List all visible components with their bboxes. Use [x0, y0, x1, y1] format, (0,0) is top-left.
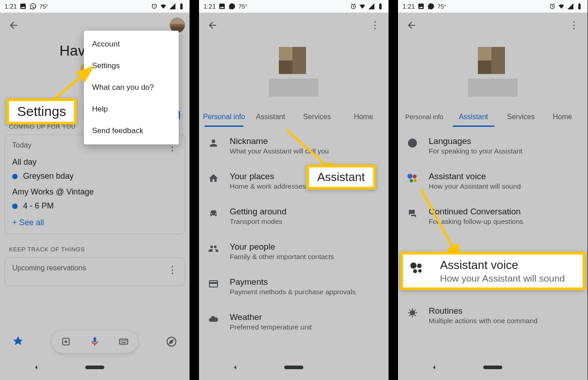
profile-hero: [199, 38, 389, 106]
card-overflow-icon[interactable]: ⋮: [167, 264, 177, 276]
tab-personal-info[interactable]: Personal info: [201, 107, 247, 126]
nav-home-pill[interactable]: [483, 366, 502, 369]
whatsapp-icon: [228, 3, 236, 10]
tab-assistant[interactable]: Assistant: [449, 107, 498, 126]
lens-icon[interactable]: [61, 337, 71, 347]
pixelated-avatar: [468, 47, 518, 97]
person-icon: [207, 136, 220, 148]
section-keep-track: KEEP TRACK OF THINGS: [0, 234, 190, 257]
profile-hero: [398, 38, 588, 106]
back-button[interactable]: [5, 16, 23, 34]
item-title: Assistant voice: [429, 171, 521, 181]
item-sub: Home & work addresses: [230, 182, 306, 190]
alarm-icon: [350, 3, 357, 10]
status-time: 1:21: [5, 3, 17, 10]
all-day-label: All day: [12, 158, 177, 167]
phone-screen-2: 1:21 75° ⋮ Personal info Assistant Servi: [199, 0, 389, 380]
tabs: Personal info Assistant Services Home: [398, 106, 588, 128]
callout-voice-title: Assistant voice: [422, 258, 583, 272]
menu-feedback[interactable]: Send feedback: [84, 120, 179, 142]
phone-screen-3: 1:21 75° ⋮ Personal info Assistant Servi: [398, 0, 588, 380]
cell-icon: [169, 3, 176, 10]
battery-icon: [576, 3, 583, 10]
item-title: Your people: [230, 242, 334, 252]
item-weather[interactable]: WeatherPreferred temperature unit: [199, 304, 389, 339]
chat-icon: [406, 207, 419, 219]
assistant-pill[interactable]: [52, 330, 138, 353]
svg-line-10: [421, 190, 459, 258]
wifi-icon: [558, 3, 565, 10]
item-title: Languages: [429, 136, 523, 146]
item-people[interactable]: Your peopleFamily & other important cont…: [199, 234, 389, 269]
status-time: 1:21: [403, 3, 415, 10]
tab-home[interactable]: Home: [544, 107, 581, 126]
overflow-button[interactable]: ⋮: [565, 16, 583, 34]
tab-home[interactable]: Home: [340, 107, 387, 126]
updates-icon[interactable]: [9, 333, 27, 351]
item-sub: Preferred temperature unit: [230, 323, 312, 331]
phone-screen-1: 1:21 75° Have a gre Mos COMING UP FOR YO…: [0, 0, 190, 380]
routines-icon: [406, 306, 419, 318]
overflow-button[interactable]: ⋮: [366, 16, 384, 34]
back-button[interactable]: [403, 16, 421, 34]
tab-assistant[interactable]: Assistant: [247, 107, 294, 126]
nav-back-icon[interactable]: [430, 363, 438, 371]
callout-assistant-label: Assistant: [309, 167, 373, 187]
callout-settings: Settings: [6, 98, 77, 125]
menu-account[interactable]: Account: [84, 33, 179, 55]
car-icon: [207, 207, 220, 219]
nav-back-icon[interactable]: [32, 363, 40, 371]
item-payments[interactable]: PaymentsPayment methods & purchase appro…: [199, 269, 389, 304]
cell-icon: [368, 3, 375, 10]
item-getting-around[interactable]: Getting aroundTransport modes: [199, 199, 389, 234]
status-time: 1:21: [204, 3, 216, 10]
tab-personal-info[interactable]: Personal info: [400, 108, 449, 126]
nav-home-pill[interactable]: [284, 366, 303, 369]
item-sub: For speaking to your Assistant: [429, 147, 523, 155]
event-row[interactable]: Greysen bday: [12, 171, 177, 181]
whatsapp-icon: [29, 3, 37, 10]
item-title: Routines: [429, 306, 537, 316]
see-all-link[interactable]: + See all: [12, 218, 177, 227]
pixelated-avatar: [269, 47, 319, 97]
item-routines[interactable]: RoutinesMultiple actions with one comman…: [398, 298, 588, 333]
item-sub: Transport modes: [230, 218, 287, 226]
nav-back-icon[interactable]: [231, 363, 239, 371]
event-time: 4 - 6 PM: [23, 201, 54, 211]
explore-icon[interactable]: [162, 333, 181, 351]
event-title: Greysen bday: [23, 171, 74, 181]
status-bar: 1:21 75°: [199, 0, 389, 13]
tab-services[interactable]: Services: [498, 107, 544, 126]
battery-icon: [178, 3, 185, 10]
status-temp: 75°: [437, 3, 446, 10]
tab-services[interactable]: Services: [294, 107, 340, 126]
home-icon: [207, 171, 220, 184]
app-header: ⋮: [398, 13, 588, 38]
upcoming-card[interactable]: ⋮ Upcoming reservations: [5, 257, 185, 286]
cloud-icon: [207, 312, 220, 324]
photo-icon: [218, 3, 226, 10]
nav-bar: [0, 359, 190, 375]
item-title: Weather: [230, 312, 312, 322]
item-languages[interactable]: LanguagesFor speaking to your Assistant: [398, 128, 588, 163]
assistant-bar: [0, 326, 190, 357]
mic-icon[interactable]: [89, 336, 100, 347]
nav-bar: [398, 359, 588, 375]
item-title: Payments: [230, 277, 356, 287]
callout-assistant-voice: Assistant voice How your Assistant will …: [400, 252, 585, 290]
status-temp: 75°: [39, 3, 48, 10]
back-button[interactable]: [204, 16, 222, 34]
item-sub: Family & other important contacts: [230, 253, 334, 261]
upcoming-label: Upcoming reservations: [12, 264, 177, 272]
cell-icon: [567, 3, 574, 10]
event-dot-icon: [12, 204, 18, 209]
callout-voice-sub: How your Assistant will sound: [422, 272, 583, 286]
alarm-icon: [549, 3, 556, 10]
keyboard-icon[interactable]: [119, 337, 129, 347]
callout-assistant: Assistant: [306, 165, 376, 190]
today-card[interactable]: ⋮ Today All day Greysen bday Amy Works @…: [5, 134, 185, 234]
svg-point-1: [65, 340, 68, 343]
photo-icon: [19, 3, 27, 10]
nav-home-pill[interactable]: [85, 366, 104, 369]
event-row[interactable]: 4 - 6 PM: [12, 201, 177, 211]
